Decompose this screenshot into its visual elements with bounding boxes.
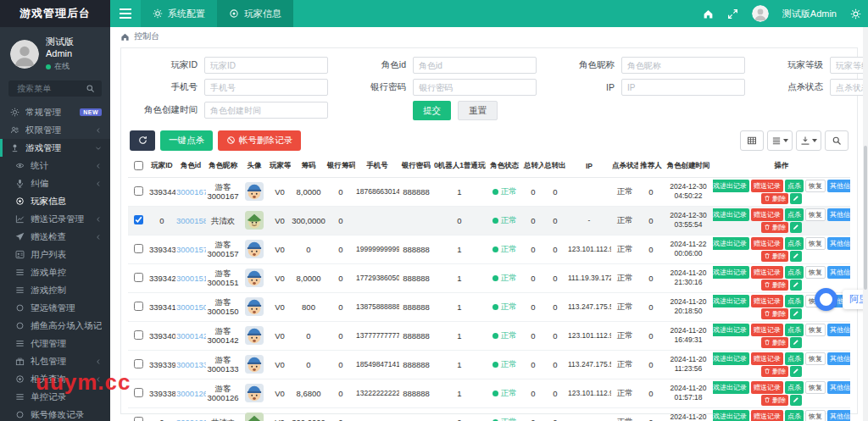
delete-button[interactable]: 删除 (761, 222, 788, 233)
top-tab-1[interactable]: 玩家信息 (217, 0, 293, 27)
refresh-button[interactable] (130, 130, 155, 151)
edit-button[interactable] (790, 251, 802, 262)
other-info-button[interactable]: 其他信息 (827, 180, 850, 192)
role-id-link[interactable]: 3000133 (176, 360, 206, 369)
kill-button[interactable]: 点杀 (785, 295, 804, 307)
scrollbar-thumb[interactable] (864, 146, 867, 290)
column-header[interactable]: 角色id (175, 156, 206, 178)
game-log-button[interactable]: 游戏进出记录 (713, 324, 749, 336)
kill-all-button[interactable]: 一键点杀 (160, 130, 213, 151)
other-info-button[interactable]: 其他信息 (827, 266, 850, 279)
edit-button[interactable] (790, 395, 802, 406)
search-icon[interactable] (86, 84, 95, 93)
gift-log-button[interactable]: 赠送记录 (751, 324, 783, 336)
restore-button[interactable]: 恢复 (805, 324, 826, 336)
delete-button[interactable]: 删除 (761, 337, 788, 348)
restore-button[interactable]: 恢复 (805, 410, 826, 421)
column-header[interactable]: 玩家ID (148, 156, 175, 178)
kill-button[interactable]: 点杀 (785, 352, 804, 365)
column-header[interactable]: 总转入 (523, 156, 543, 178)
header-avatar[interactable] (752, 5, 769, 22)
sidebar-item[interactable]: 纠偏 (0, 174, 110, 192)
filter-input[interactable] (621, 79, 745, 96)
sidebar-item[interactable]: 统计 (0, 157, 110, 174)
search-toggle-button[interactable] (825, 130, 849, 151)
gift-log-button[interactable]: 赠送记录 (751, 410, 783, 421)
game-log-button[interactable]: 游戏进出记录 (713, 381, 749, 394)
gift-log-button[interactable]: 赠送记录 (751, 381, 783, 394)
gift-log-button[interactable]: 赠送记录 (751, 295, 783, 307)
sidebar-item[interactable]: 赠送记录管理 (0, 210, 110, 228)
sidebar-item[interactable]: 望远镜管理 (0, 299, 110, 317)
restore-button[interactable]: 恢复 (805, 352, 826, 365)
filter-input[interactable] (413, 57, 537, 74)
sidebar-item[interactable]: 权限管理 (0, 121, 110, 139)
restore-button[interactable]: 恢复 (805, 208, 826, 221)
row-checkbox[interactable] (134, 388, 143, 397)
delete-button[interactable]: 删除 (761, 366, 788, 377)
column-header[interactable]: IP (567, 156, 611, 178)
column-header[interactable]: 玩家等级 (269, 156, 291, 178)
restore-button[interactable]: 恢复 (805, 180, 826, 192)
sidebar-item[interactable]: 账号修改记录 (0, 406, 110, 421)
filter-input[interactable] (204, 57, 328, 74)
edit-button[interactable] (790, 337, 802, 348)
row-checkbox[interactable] (134, 215, 143, 224)
column-header[interactable]: 角色状态 (486, 156, 523, 178)
sidebar-item[interactable]: 游戏管理 (0, 139, 110, 157)
submit-button[interactable]: 提交 (413, 101, 451, 120)
column-header[interactable]: 角色创建时间 (664, 156, 713, 178)
game-log-button[interactable]: 游戏进出记录 (713, 295, 749, 307)
other-info-button[interactable]: 其他信息 (827, 352, 850, 365)
edit-button[interactable] (790, 193, 802, 204)
delete-button[interactable]: 删除 (761, 251, 788, 262)
row-checkbox[interactable] (134, 273, 143, 282)
column-header[interactable]: 0机器人1普通玩家 (433, 156, 486, 178)
gift-log-button[interactable]: 赠送记录 (751, 266, 783, 279)
column-header[interactable]: 筹码 (291, 156, 326, 178)
other-info-button[interactable]: 其他信息 (827, 208, 850, 221)
home-icon[interactable] (703, 8, 714, 19)
column-header[interactable]: 操作 (713, 156, 850, 178)
game-log-button[interactable]: 游戏进出记录 (713, 410, 749, 421)
role-id-link[interactable]: 3000126 (176, 389, 206, 398)
sidebar-item[interactable]: 玩家信息 (0, 192, 110, 210)
sidebar-item[interactable]: 赠送检查 (0, 228, 110, 246)
restore-button[interactable]: 恢复 (805, 237, 826, 250)
toggle-view-button[interactable] (740, 130, 764, 151)
filter-input[interactable] (204, 79, 328, 96)
float-widget[interactable]: 阿里云 (815, 288, 868, 311)
other-info-button[interactable]: 其他信息 (827, 237, 850, 250)
sidebar-item[interactable]: 用户列表 (0, 246, 110, 263)
sidebar-item[interactable]: 相关查询 (0, 370, 110, 388)
role-id-link[interactable]: 3000167 (176, 187, 206, 197)
kill-button[interactable]: 点杀 (785, 324, 804, 336)
column-header[interactable]: 总转出 (543, 156, 567, 178)
sidebar-item[interactable]: 游戏控制 (0, 281, 110, 299)
filter-input[interactable] (413, 79, 537, 96)
sidebar-toggle-button[interactable] (110, 0, 141, 27)
gift-log-button[interactable]: 赠送记录 (751, 208, 783, 221)
other-info-button[interactable]: 其他信息 (827, 381, 850, 394)
menu-search-input[interactable] (15, 83, 82, 94)
select-all-checkbox[interactable] (134, 161, 143, 170)
filter-input[interactable] (621, 57, 745, 74)
export-button[interactable] (796, 130, 821, 151)
delete-button[interactable]: 删除 (761, 308, 788, 319)
row-checkbox[interactable] (134, 244, 143, 253)
column-header[interactable]: 银行密码 (399, 156, 433, 178)
menu-search[interactable] (8, 80, 102, 97)
edit-button[interactable] (790, 366, 802, 377)
column-header[interactable]: 推荐人 (638, 156, 664, 178)
sidebar-item[interactable]: 常规管理NEW (0, 103, 110, 121)
role-id-link[interactable]: 3000122 (176, 418, 206, 421)
game-log-button[interactable]: 游戏进出记录 (713, 208, 749, 221)
fullscreen-icon[interactable] (727, 8, 738, 19)
edit-button[interactable] (790, 222, 802, 233)
sidebar-item[interactable]: 礼包管理 (0, 352, 110, 370)
game-log-button[interactable]: 游戏进出记录 (713, 266, 749, 279)
restore-button[interactable]: 恢复 (805, 266, 826, 279)
sidebar-item[interactable]: 游戏单控 (0, 263, 110, 281)
column-header[interactable]: 银行筹码 (326, 156, 355, 178)
columns-button[interactable] (767, 130, 793, 151)
